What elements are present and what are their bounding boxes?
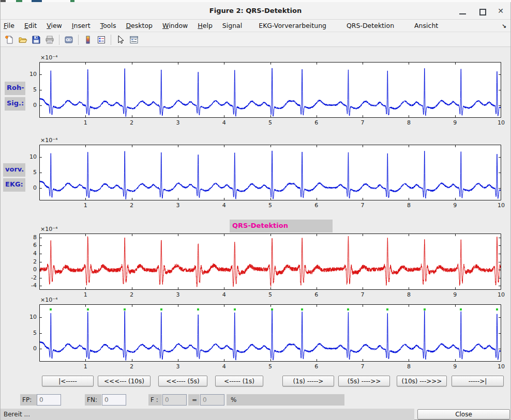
x-tick-label: 7 <box>356 364 369 370</box>
y-tick-label: 8 <box>21 235 37 241</box>
x-tick-label: 4 <box>217 364 231 370</box>
x-tick-label: 7 <box>356 203 369 209</box>
y-tick-label: 10 <box>21 71 37 77</box>
x-tick-label: 6 <box>310 292 323 298</box>
label-vorverarbeitet-line1: vorv. <box>3 163 25 177</box>
nav-jump-to-start-button[interactable]: |<----- <box>42 376 94 386</box>
x-tick-label: 2 <box>125 364 139 370</box>
x-tick-label: 10 <box>494 292 508 298</box>
label-vorverarbeitet-line2: EKG: <box>3 178 25 192</box>
nav-back-1s-button[interactable]: <----- (1s) <box>215 376 263 386</box>
nav-forward-10s-button[interactable]: (10s) --->>> <box>397 376 447 386</box>
x-tick-label: 5 <box>264 364 277 370</box>
f-result-input[interactable] <box>200 394 224 406</box>
y-tick-label: -2 <box>21 275 37 281</box>
y-tick-label: 10 <box>21 314 37 320</box>
qrs-detektion-title-box: QRS-Detektion <box>230 220 333 232</box>
y-axis-exponent-label: ×10⁻⁴ <box>40 226 57 232</box>
nav-forward-5s-button[interactable]: (5s) ---->> <box>338 376 390 386</box>
x-tick-label: 4 <box>217 203 231 209</box>
figure-window: Figure 2: QRS-Detektion ✕ FileEditViewIn… <box>0 0 511 420</box>
x-tick-label: 8 <box>402 292 415 298</box>
y-axis-exponent-label: ×10⁻⁴ <box>40 297 57 303</box>
fp-input[interactable] <box>37 394 61 406</box>
x-tick-label: 5 <box>264 203 277 209</box>
nav-forward-1s-button[interactable]: (1s) -----> <box>282 376 334 386</box>
f-input[interactable] <box>162 394 187 406</box>
x-tick-label: 8 <box>402 203 415 209</box>
plot-roh-signal-canvas <box>39 62 501 118</box>
y-tick-label: 5 <box>21 330 37 336</box>
x-tick-label: 6 <box>310 203 323 209</box>
x-tick-label: 3 <box>171 364 185 370</box>
label-roh-signal-line2: Sig.: <box>5 97 25 111</box>
x-tick-label: 1 <box>79 120 92 126</box>
nav-back-5s-button[interactable]: <<---- (5s) <box>158 376 207 386</box>
x-tick-label: 10 <box>494 364 508 370</box>
x-tick-label: 1 <box>79 292 92 298</box>
x-tick-label: 7 <box>356 120 369 126</box>
fn-label: FN: <box>85 394 101 406</box>
x-tick-label: 5 <box>264 120 277 126</box>
y-tick-label: 2 <box>21 259 37 265</box>
y-axis-exponent-label: ×10⁻⁴ <box>40 137 57 144</box>
x-tick-label: 9 <box>448 292 462 298</box>
x-tick-label: 4 <box>217 292 231 298</box>
qrs-detektion-title: QRS-Detektion <box>230 220 333 229</box>
y-tick-label: -4 <box>21 283 37 289</box>
x-tick-label: 2 <box>125 292 139 298</box>
y-tick-label: 10 <box>21 154 37 160</box>
plot-qrs-detektion-gefiltert-canvas <box>39 234 501 290</box>
y-tick-label: 0 <box>21 346 37 352</box>
x-tick-label: 1 <box>79 203 92 209</box>
x-tick-label: 6 <box>310 120 323 126</box>
x-tick-label: 2 <box>125 120 139 126</box>
x-tick-label: 4 <box>217 120 231 126</box>
plot-detektions-ergebnis: ×10⁻⁴051012345678910 <box>39 304 501 362</box>
x-tick-label: 9 <box>448 203 462 209</box>
x-tick-label: 10 <box>494 120 508 126</box>
y-tick-label: 4 <box>21 251 37 257</box>
x-tick-label: 1 <box>79 364 92 370</box>
x-tick-label: 5 <box>264 292 277 298</box>
y-tick-label: 6 <box>21 242 37 248</box>
plot-vorverarbeitetes-ekg-canvas <box>39 145 501 200</box>
equals-label: = <box>188 394 200 406</box>
fn-input[interactable] <box>102 394 126 406</box>
x-tick-label: 3 <box>171 120 185 126</box>
fp-label: FP: <box>20 394 37 406</box>
plot-qrs-detektion-gefiltert: ×10⁻⁴-4-20246812345678910 <box>39 234 501 290</box>
x-tick-label: 10 <box>494 203 508 209</box>
y-axis-exponent-label: ×10⁻⁴ <box>40 54 57 61</box>
nav-jump-to-end-button[interactable]: ----->| <box>452 376 504 386</box>
plot-roh-signal: ×10⁻⁴051012345678910 <box>39 62 501 118</box>
plot-detektions-ergebnis-canvas <box>39 304 501 362</box>
percent-label: % <box>227 394 344 406</box>
x-tick-label: 7 <box>356 292 369 298</box>
label-roh-signal-line1: Roh- <box>5 82 25 95</box>
x-tick-label: 9 <box>448 120 462 126</box>
x-tick-label: 2 <box>125 203 139 209</box>
x-tick-label: 8 <box>402 364 415 370</box>
plots-layer: ×10⁻⁴051012345678910×10⁻⁴051012345678910… <box>1 0 510 419</box>
f-label: F : <box>148 394 162 406</box>
y-tick-label: 0 <box>21 267 37 273</box>
plot-vorverarbeitetes-ekg: ×10⁻⁴051012345678910 <box>39 145 501 200</box>
x-tick-label: 3 <box>171 203 185 209</box>
status-bar: Bereit ... <box>1 409 414 420</box>
x-tick-label: 8 <box>402 120 415 126</box>
x-tick-label: 6 <box>310 364 323 370</box>
nav-back-10s-button[interactable]: <<<--- (10s) <box>98 376 151 386</box>
x-tick-label: 3 <box>171 292 185 298</box>
close-button[interactable]: Close <box>417 409 510 419</box>
x-tick-label: 9 <box>448 364 462 370</box>
